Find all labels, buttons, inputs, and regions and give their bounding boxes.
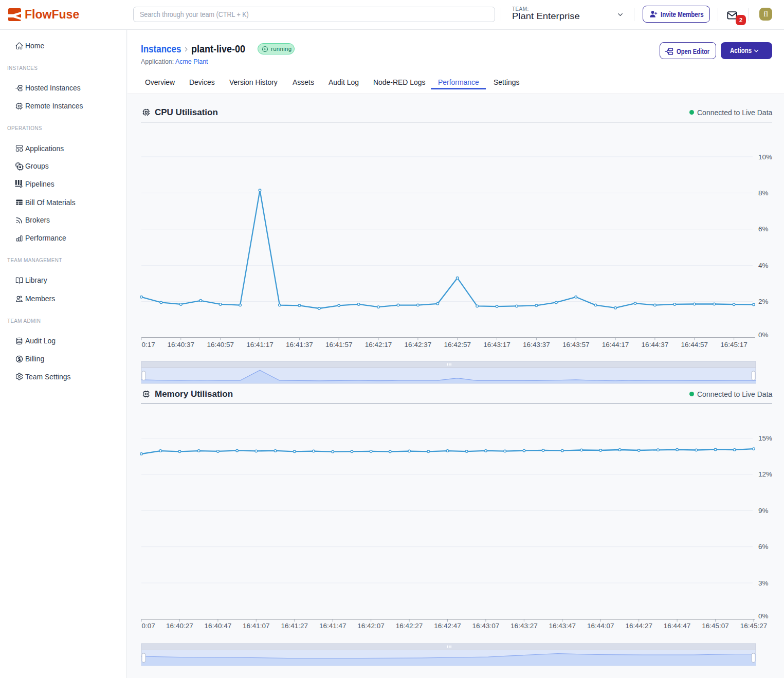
svg-text:16:43:47: 16:43:47 xyxy=(549,622,576,630)
svg-text:16:42:17: 16:42:17 xyxy=(365,341,392,349)
svg-text:16:40:57: 16:40:57 xyxy=(207,341,234,349)
svg-text:3%: 3% xyxy=(758,579,769,587)
svg-text:16:45:17: 16:45:17 xyxy=(720,341,747,349)
svg-text:16:45:07: 16:45:07 xyxy=(702,622,729,630)
svg-text:0%: 0% xyxy=(758,331,769,339)
svg-text:16:44:47: 16:44:47 xyxy=(664,622,691,630)
svg-text:16:43:17: 16:43:17 xyxy=(483,341,510,349)
svg-text:16:42:37: 16:42:37 xyxy=(405,341,432,349)
svg-text:16:44:57: 16:44:57 xyxy=(681,341,708,349)
svg-text:16:44:37: 16:44:37 xyxy=(642,341,669,349)
svg-text:6%: 6% xyxy=(758,543,769,551)
svg-text:16:43:57: 16:43:57 xyxy=(562,341,590,349)
svg-text:16:45:27: 16:45:27 xyxy=(740,622,768,630)
svg-text:15%: 15% xyxy=(758,434,772,442)
svg-text:16:44:07: 16:44:07 xyxy=(587,622,614,630)
svg-text:16:41:37: 16:41:37 xyxy=(286,341,313,349)
svg-text:2%: 2% xyxy=(758,298,769,305)
svg-text:8%: 8% xyxy=(758,189,769,197)
svg-text:0:17: 0:17 xyxy=(142,341,155,349)
svg-text:6%: 6% xyxy=(758,225,769,233)
svg-text:16:40:47: 16:40:47 xyxy=(205,622,232,630)
svg-text:16:41:07: 16:41:07 xyxy=(243,622,270,630)
svg-text:16:44:17: 16:44:17 xyxy=(602,341,629,349)
svg-text:10%: 10% xyxy=(758,153,772,161)
svg-text:16:41:57: 16:41:57 xyxy=(325,341,353,349)
svg-text:16:42:07: 16:42:07 xyxy=(357,622,385,630)
svg-text:16:41:47: 16:41:47 xyxy=(319,622,347,630)
svg-text:16:42:47: 16:42:47 xyxy=(434,622,461,630)
svg-text:16:42:27: 16:42:27 xyxy=(396,622,423,630)
svg-text:16:41:27: 16:41:27 xyxy=(281,622,308,630)
svg-text:16:44:27: 16:44:27 xyxy=(625,622,652,630)
svg-text:16:43:07: 16:43:07 xyxy=(472,622,500,630)
svg-text:4%: 4% xyxy=(758,262,769,269)
svg-text:0%: 0% xyxy=(758,612,769,620)
svg-text:16:41:17: 16:41:17 xyxy=(246,341,274,349)
svg-text:16:40:27: 16:40:27 xyxy=(166,622,193,630)
svg-text:0:07: 0:07 xyxy=(142,622,155,630)
svg-text:16:42:57: 16:42:57 xyxy=(444,341,471,349)
svg-text:16:43:27: 16:43:27 xyxy=(510,622,538,630)
svg-text:16:40:37: 16:40:37 xyxy=(168,341,195,349)
svg-text:12%: 12% xyxy=(758,470,772,478)
svg-text:16:43:37: 16:43:37 xyxy=(523,341,550,349)
svg-text:9%: 9% xyxy=(758,507,769,515)
